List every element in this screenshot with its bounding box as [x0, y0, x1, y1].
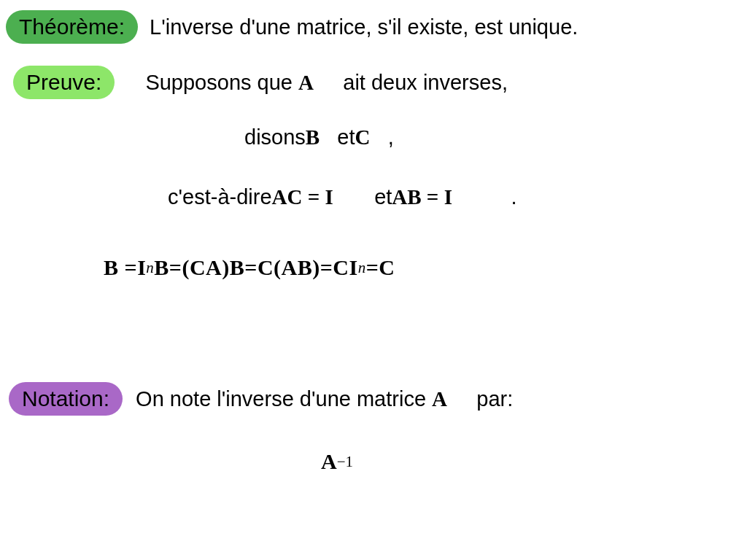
notation-text-b: par:: [476, 387, 513, 411]
chain-eq4: =: [320, 255, 333, 280]
proof-line3: c'est-à-dire AC = I et AB = I .: [168, 185, 517, 209]
notation-text-a: On note l'inverse d'une matrice: [136, 387, 426, 411]
proof-line2-b: et: [337, 125, 355, 149]
proof-line1: Supposons que A ait deux inverses,: [145, 71, 508, 95]
proof-line3-b: et: [374, 185, 392, 209]
proof-line3-eq2: AB = I: [392, 185, 452, 209]
chain-eq3: =: [244, 255, 258, 280]
proof-line3-a: c'est-à-dire: [168, 185, 272, 209]
notation-row: Notation: On note l'inverse d'une matric…: [9, 382, 513, 416]
theorem-row: Théorème: L'inverse d'une matrice, s'il …: [6, 10, 578, 44]
inv-exp: −1: [337, 453, 353, 471]
proof-line2-B: B: [306, 125, 320, 149]
chain-InB-n: n: [146, 259, 154, 277]
chain-CI-n: n: [358, 259, 366, 277]
proof-line1-a: Supposons que: [145, 71, 293, 94]
proof-line1-A: A: [298, 71, 314, 94]
theorem-statement: L'inverse d'une matrice, s'il existe, es…: [150, 15, 578, 39]
notation-text: On note l'inverse d'une matrice A par:: [136, 387, 513, 411]
notation-label-pill: Notation:: [9, 382, 123, 416]
theorem-label-pill: Théorème:: [6, 10, 138, 44]
inv-A: A: [321, 449, 337, 474]
proof-line3-eq1: AC = I: [272, 185, 333, 209]
chain-CAB1: (CA)B: [182, 255, 244, 280]
chain-B: B: [104, 255, 119, 280]
notation-text-A: A: [432, 387, 447, 411]
chain-InB-I: I: [137, 255, 146, 280]
notation-inverse: A−1: [321, 449, 353, 474]
chain-InB-B: B: [154, 255, 169, 280]
chain-eq1: =: [125, 255, 138, 280]
proof-line2-C: C: [355, 125, 371, 149]
proof-line2-a: disons: [244, 125, 306, 149]
proof-row: Preuve: Supposons que A ait deux inverse…: [13, 66, 508, 99]
chain-eq5: =: [366, 255, 379, 280]
proof-line3-c: .: [511, 185, 517, 209]
proof-equation-chain: B = InB = (CA)B = C(AB) = CIn = C: [104, 255, 395, 280]
proof-line2-c: ,: [388, 125, 394, 149]
chain-eq2: =: [169, 255, 182, 280]
chain-CAB2: C(AB): [258, 255, 320, 280]
proof-line1-b: ait deux inverses,: [343, 71, 508, 94]
chain-CI-C: CI: [333, 255, 357, 280]
chain-C: C: [379, 255, 395, 280]
proof-label-pill: Preuve:: [13, 66, 115, 99]
proof-line2: disons B et C ,: [244, 125, 394, 149]
